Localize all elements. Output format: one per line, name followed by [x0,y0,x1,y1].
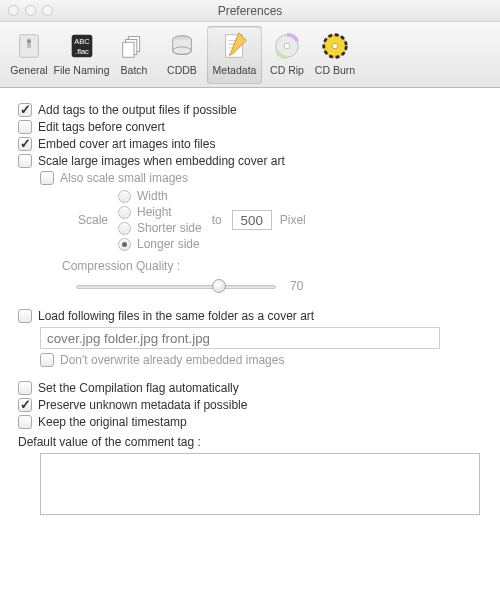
svg-rect-8 [123,42,134,57]
lbl-load-cover: Load following files in the same folder … [38,309,314,323]
radio-width-label: Width [137,189,168,203]
tab-label: File Naming [53,64,109,76]
cover-files-input[interactable] [40,327,440,349]
close-dot[interactable] [8,5,19,16]
radio-shorter[interactable] [118,222,131,235]
lbl-dont-overwrite: Don't overwrite already embedded images [60,353,284,367]
to-label: to [212,213,222,227]
svg-point-2 [27,39,31,43]
lbl-add-tags: Add tags to the output files if possible [38,103,237,117]
metadata-icon [219,30,251,62]
cddb-icon [166,30,198,62]
general-icon [13,30,45,62]
comment-textarea[interactable] [40,453,480,515]
window-title: Preferences [218,4,283,18]
tab-label: CDDB [167,64,197,76]
titlebar: Preferences [0,0,500,22]
tab-batch[interactable]: Batch [111,26,157,84]
cd-rip-icon [271,30,303,62]
tab-metadata[interactable]: Metadata [207,26,262,84]
tab-label: CD Burn [315,64,355,76]
radio-height[interactable] [118,206,131,219]
compression-quality-value: 70 [290,279,303,293]
compression-quality-slider[interactable] [76,277,276,295]
zoom-dot[interactable] [42,5,53,16]
pixel-label: Pixel [280,213,306,227]
radio-shorter-label: Shorter side [137,221,202,235]
tab-cddb[interactable]: CDDB [159,26,205,84]
tab-cd-rip[interactable]: CD Rip [264,26,310,84]
chk-compilation[interactable] [18,381,32,395]
radio-longer[interactable] [118,238,131,251]
scale-pixel-input[interactable] [232,210,272,230]
tab-label: Metadata [213,64,257,76]
svg-point-16 [284,43,290,49]
file-naming-icon: ABC.flac [66,30,98,62]
tab-label: CD Rip [270,64,304,76]
tab-label: Batch [121,64,148,76]
lbl-preserve-meta: Preserve unknown metadata if possible [38,398,247,412]
chk-scale-large[interactable] [18,154,32,168]
compression-quality-label: Compression Quality : [62,259,482,273]
content: Add tags to the output files if possible… [0,88,500,515]
cd-burn-icon [319,30,351,62]
tab-label: General [10,64,47,76]
lbl-edit-tags: Edit tags before convert [38,120,165,134]
chk-edit-tags[interactable] [18,120,32,134]
svg-point-19 [332,43,338,49]
traffic-lights [8,5,53,16]
svg-text:ABC: ABC [74,37,90,46]
scale-label: Scale [62,213,108,227]
chk-also-small[interactable] [40,171,54,185]
radio-width[interactable] [118,190,131,203]
chk-keep-ts[interactable] [18,415,32,429]
lbl-embed-cover: Embed cover art images into files [38,137,215,151]
chk-add-tags[interactable] [18,103,32,117]
chk-preserve-meta[interactable] [18,398,32,412]
tab-file-naming[interactable]: ABC.flac File Naming [54,26,109,84]
chk-load-cover[interactable] [18,309,32,323]
toolbar: General ABC.flac File Naming Batch CDDB … [0,22,500,88]
svg-text:.flac: .flac [75,47,89,56]
chk-dont-overwrite[interactable] [40,353,54,367]
radio-longer-label: Longer side [137,237,200,251]
lbl-also-small: Also scale small images [60,171,188,185]
chk-embed-cover[interactable] [18,137,32,151]
tab-general[interactable]: General [6,26,52,84]
minimize-dot[interactable] [25,5,36,16]
tab-cd-burn[interactable]: CD Burn [312,26,358,84]
lbl-compilation: Set the Compilation flag automatically [38,381,239,395]
comment-label: Default value of the comment tag : [18,435,482,449]
batch-icon [118,30,150,62]
radio-height-label: Height [137,205,172,219]
lbl-scale-large: Scale large images when embedding cover … [38,154,285,168]
lbl-keep-ts: Keep the original timestamp [38,415,187,429]
